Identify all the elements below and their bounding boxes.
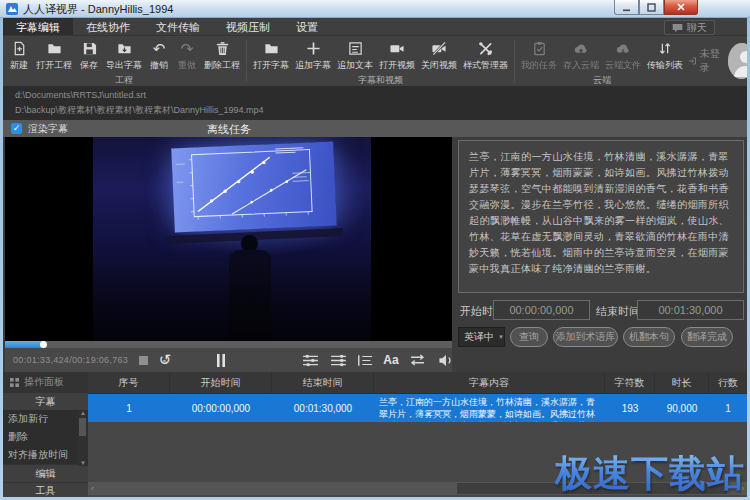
open-project-button[interactable]: 打开工程 <box>33 39 75 72</box>
window-title: 人人译视界 - DannyHillis_1994 <box>23 2 173 17</box>
stop-icon <box>139 356 148 365</box>
export-subtitle-button[interactable]: 导出字幕 <box>103 39 145 72</box>
close-icon <box>677 3 685 11</box>
transfer-list-icon <box>658 39 672 58</box>
redo-button[interactable]: ↷ 重做 <box>173 39 201 72</box>
col-content: 字幕内容 <box>374 372 605 393</box>
language-select[interactable]: 英译中▼ <box>458 327 505 347</box>
rewind-5s-button[interactable]: ↺5 <box>155 350 175 370</box>
projected-slide <box>171 142 337 233</box>
avatar[interactable] <box>728 43 747 79</box>
delete-project-button[interactable]: 删除工程 <box>201 39 243 72</box>
open-video-button[interactable]: 打开视频 <box>376 39 418 72</box>
scroll-right-icon[interactable]: › <box>741 484 744 493</box>
add-to-termbase-button[interactable]: 添加到术语库 <box>553 327 618 347</box>
machine-translate-button[interactable]: 机翻本句 <box>623 327 675 347</box>
login-area: 未登录 <box>688 36 747 86</box>
toolbar-separator <box>246 40 247 82</box>
scroll-left-icon[interactable]: ‹ <box>91 484 94 493</box>
save-button[interactable]: 保存 <box>75 39 103 72</box>
add-new-line-item[interactable]: 添加新行 <box>3 410 88 428</box>
login-status[interactable]: 未登录 <box>688 47 722 75</box>
seek-bar-fill <box>5 341 43 348</box>
save-icon <box>82 39 97 58</box>
subtitle-list-button[interactable] <box>355 350 375 370</box>
menu-file-transfer[interactable]: 文件传输 <box>143 18 213 35</box>
transfer-list-button[interactable]: 传输列表 <box>644 39 686 72</box>
my-tasks-button[interactable]: 我的任务 <box>518 39 560 72</box>
playback-controls: 00:01:33,424/00:19:06,763 ↺5 ↺1 ↻1 ↻5 Aa <box>5 348 452 372</box>
playback-time: 00:01:33,424/00:19:06,763 <box>13 355 128 365</box>
append-text-button[interactable]: 追加文本 <box>334 39 376 72</box>
menu-video-encode[interactable]: 视频压制 <box>213 18 283 35</box>
table-header-row: 序号 开始时间 结束时间 字幕内容 字符数 时长 行数 <box>88 372 747 394</box>
cloud-files-icon <box>615 39 631 58</box>
section-tools[interactable]: 工具 <box>3 482 88 497</box>
export-subtitle-icon <box>117 39 132 58</box>
panel-scrollbar[interactable]: ▲ ▼ <box>78 410 88 466</box>
tab-offline-tasks[interactable]: 离线任务 <box>207 122 251 137</box>
chat-button[interactable]: 聊天 <box>664 20 715 35</box>
align-playtime-item[interactable]: 对齐播放时间 <box>3 446 88 464</box>
subtitle-track-1-button[interactable] <box>300 350 320 370</box>
scroll-down-icon[interactable]: ▼ <box>78 460 88 466</box>
open-subtitle-button[interactable]: 打开字幕 <box>250 39 292 72</box>
lookup-button[interactable]: 查询 <box>510 327 548 347</box>
pause-button[interactable] <box>211 350 231 370</box>
section-edit[interactable]: 编辑 <box>3 464 88 482</box>
new-file-icon <box>12 39 27 58</box>
delete-project-icon <box>215 39 230 58</box>
render-subtitle-checkbox[interactable]: ✓ <box>11 123 22 134</box>
font-size-button[interactable]: Aa <box>381 350 401 370</box>
seek-handle[interactable] <box>40 341 47 348</box>
toolbar: 新建 打开工程 保存 导出字幕 ↶ 撤销 <box>3 36 747 86</box>
close-video-icon <box>431 39 447 58</box>
start-time-field[interactable]: 00:00:00,000 <box>493 300 590 320</box>
table-horizontal-scrollbar[interactable]: ‹ › <box>88 482 747 495</box>
menu-subtitle-edit[interactable]: 字幕编辑 <box>3 18 73 35</box>
subtitle-time-row: 开始时间 00:00:00,000 结束时间 00:01:30,000 <box>458 300 744 320</box>
app-window: 字幕编辑 在线协作 文件传输 视频压制 设置 聊天 新建 打开工程 <box>3 18 747 497</box>
end-time-field[interactable]: 00:01:30,000 <box>637 300 744 320</box>
section-subtitle[interactable]: 字幕 <box>3 392 88 410</box>
view-options-bar: ✓ 渲染字幕 离线任务 <box>3 120 747 137</box>
scroll-thumb[interactable] <box>457 483 727 494</box>
operation-panel: 操作面板 字幕 添加新行 删除 对齐播放时间 ▲ ▼ 编辑 工具 <box>3 372 88 497</box>
volume-button[interactable] <box>435 350 455 370</box>
subtitle-file-path: d:\Documents\RRTSJ\untitled.srt <box>15 90 146 100</box>
cloud-save-icon <box>573 39 589 58</box>
swap-button[interactable] <box>407 350 427 370</box>
menu-online-collab[interactable]: 在线协作 <box>73 18 143 35</box>
delete-item[interactable]: 删除 <box>3 428 88 446</box>
sliders-icon <box>302 354 319 367</box>
seek-bar[interactable] <box>5 341 452 348</box>
video-player <box>5 137 452 341</box>
table-row[interactable]: 1 00:00:00,000 00:01:30,000 兰亭，江南的一方山水佳境… <box>88 394 747 422</box>
stop-button[interactable] <box>133 350 153 370</box>
close-video-button[interactable]: 关闭视频 <box>418 39 460 72</box>
close-button[interactable] <box>664 0 698 15</box>
menu-bar: 字幕编辑 在线协作 文件传输 视频压制 设置 聊天 <box>3 18 747 36</box>
operation-panel-header: 操作面板 <box>3 372 88 392</box>
maximize-button[interactable] <box>639 0 664 15</box>
append-subtitle-button[interactable]: 追加字幕 <box>292 39 334 72</box>
undo-button[interactable]: ↶ 撤销 <box>145 39 173 72</box>
subtitle-track-2-button[interactable] <box>328 350 348 370</box>
menu-settings[interactable]: 设置 <box>283 18 331 35</box>
scroll-up-icon[interactable]: ▲ <box>78 410 88 416</box>
file-path-bar: d:\Documents\RRTSJ\untitled.srt D:\backu… <box>3 86 747 120</box>
translation-text-area[interactable]: 兰亭，江南的一方山水佳境，竹林清幽，溪水潺潺，青翠片片，薄雾冥冥，烟雨蒙蒙，如诗… <box>458 140 744 293</box>
scroll-thumb[interactable] <box>79 418 87 436</box>
translation-done-button[interactable]: 翻译完成 <box>681 327 733 347</box>
minimize-button[interactable] <box>614 0 639 15</box>
style-manager-button[interactable]: 样式管理器 <box>460 39 511 72</box>
app-logo-icon <box>6 3 18 15</box>
redo-icon: ↷ <box>181 39 194 58</box>
my-tasks-icon <box>532 39 547 58</box>
append-subtitle-icon <box>306 39 321 58</box>
cloud-files-button[interactable]: 云端文件 <box>602 39 644 72</box>
title-bar: 人人译视界 - DannyHillis_1994 <box>0 0 750 18</box>
render-subtitle-label: 渲染字幕 <box>28 122 68 136</box>
cloud-save-button[interactable]: 存入云端 <box>560 39 602 72</box>
new-button[interactable]: 新建 <box>5 39 33 72</box>
